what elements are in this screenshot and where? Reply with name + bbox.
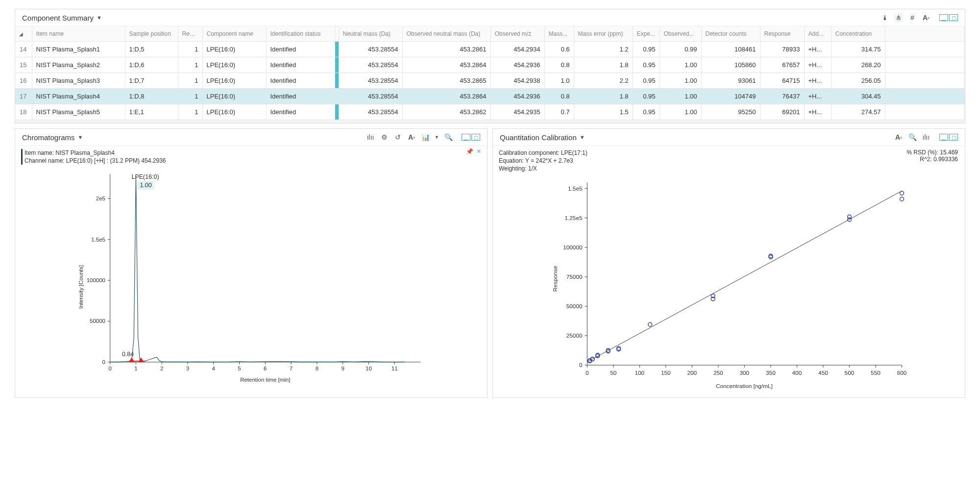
calibration-panel: Quantitation Calibration ▼ Ax 🔍 ılıı ▁ ▢… — [492, 128, 965, 398]
column-header[interactable]: Mass... — [544, 26, 574, 42]
share-icon[interactable]: ⋔ — [894, 13, 903, 22]
svg-text:0: 0 — [586, 369, 589, 375]
component-summary-panel: Component Summary ▼ 🌡 ⋔ # Ax ▁ ▢ ◢Item n… — [15, 9, 965, 123]
chromatograms-title[interactable]: Chromatograms ▼ — [22, 133, 83, 142]
pin-icon[interactable]: 📌 — [466, 148, 473, 155]
column-header[interactable]: Detector counts — [701, 26, 760, 42]
column-header[interactable]: Observed neutral mass (Da) — [402, 26, 490, 42]
svg-text:25000: 25000 — [566, 332, 583, 339]
svg-point-93 — [648, 322, 652, 326]
close-icon[interactable]: ✕ — [476, 148, 481, 155]
svg-text:50: 50 — [610, 369, 617, 375]
column-header[interactable]: Component name — [202, 26, 266, 42]
thermometer-icon[interactable]: 🌡 — [881, 13, 889, 22]
calibration-svg[interactable]: 02500050000750001000001.25e51.5e5 050100… — [499, 173, 959, 394]
svg-text:0: 0 — [579, 362, 583, 368]
column-header[interactable] — [885, 26, 965, 42]
column-header[interactable]: Observed... — [660, 26, 701, 42]
column-divider — [335, 26, 339, 42]
chrom-item-name: Item name: NIST Plasma_Splash4 — [24, 149, 481, 157]
svg-text:350: 350 — [766, 369, 776, 375]
svg-text:550: 550 — [871, 369, 881, 375]
table-row[interactable]: 17NIST Plasma_Splash41:D,81LPE(16:0)Iden… — [15, 89, 965, 104]
svg-text:1: 1 — [134, 366, 137, 372]
column-header[interactable]: Repli... — [178, 26, 202, 42]
svg-text:9: 9 — [341, 366, 344, 372]
column-header[interactable]: Sample position — [125, 26, 178, 42]
svg-line-82 — [587, 191, 902, 362]
calib-weighting: Weighting: 1/X — [499, 165, 959, 172]
column-header[interactable]: Expe... — [633, 26, 660, 42]
calibration-header: Quantitation Calibration ▼ Ax 🔍 ılıı ▁ ▢ — [493, 129, 965, 146]
calibration-title[interactable]: Quantitation Calibration ▼ — [500, 133, 585, 142]
panel-title-text: Chromatograms — [22, 133, 75, 142]
svg-text:8: 8 — [316, 366, 318, 372]
chevron-down-icon: ▼ — [580, 134, 585, 140]
svg-text:0: 0 — [108, 366, 111, 372]
chromatograms-header: Chromatograms ▼ ılıı ⚙ ↺ Ax 📊 ▼ 🔍 ▁ ▢ — [15, 129, 487, 146]
column-header[interactable]: Neutral mass (Da) — [339, 26, 402, 42]
chrom-window-controls: 📌 ✕ — [466, 148, 481, 155]
svg-point-101 — [900, 191, 904, 195]
maximize-button[interactable]: ▢ — [949, 14, 958, 21]
minimize-button[interactable]: ▁ — [462, 134, 470, 141]
chromatogram-plot-area: 📌 ✕ Item name: NIST Plasma_Splash4 Chann… — [15, 146, 487, 397]
chrom-xlabel: Retention time [min] — [240, 377, 290, 383]
svg-text:75000: 75000 — [566, 273, 583, 279]
calib-equation: Equation: Y = 242*X + 2.7e3 — [499, 157, 959, 165]
svg-text:50000: 50000 — [566, 302, 583, 309]
panel-title-text: Component Summary — [22, 14, 94, 22]
svg-text:150: 150 — [661, 369, 671, 375]
zoom-icon[interactable]: 🔍 — [908, 133, 917, 142]
undo-icon[interactable]: ↺ — [393, 133, 402, 142]
column-header[interactable]: Item name — [32, 26, 125, 42]
component-summary-title[interactable]: Component Summary ▼ — [22, 14, 102, 22]
svg-point-100 — [900, 197, 904, 201]
table-scrollbar[interactable] — [15, 120, 965, 123]
chromatograms-panel: Chromatograms ▼ ılıı ⚙ ↺ Ax 📊 ▼ 🔍 ▁ ▢ 📌 … — [15, 128, 488, 398]
svg-text:5: 5 — [238, 366, 241, 372]
column-header[interactable]: Response — [760, 26, 804, 42]
minimize-button[interactable]: ▁ — [939, 14, 948, 21]
sort-indicator[interactable]: ◢ — [15, 26, 32, 42]
column-header[interactable]: Observed m/z — [490, 26, 544, 42]
calib-r2: R^2: 0.993336 — [906, 156, 958, 163]
table-row[interactable]: 18NIST Plasma_Splash51:E,11LPE(16:0)Iden… — [15, 104, 965, 120]
peaks-icon[interactable]: ılıı — [922, 133, 931, 142]
calib-rsd: % RSD (%): 15.469 — [906, 149, 958, 156]
chromatogram-svg[interactable]: 0500001000001.5e52e5 01234567891011 Inte… — [21, 165, 481, 386]
chart-type-icon[interactable]: 📊 — [421, 133, 430, 142]
table-row[interactable]: 16NIST Plasma_Splash31:D,71LPE(16:0)Iden… — [15, 73, 965, 89]
minimize-button[interactable]: ▁ — [939, 134, 948, 141]
calibration-plot-area: Calibration component: LPE(17:1) Equatio… — [493, 146, 965, 397]
chevron-down-icon[interactable]: ▼ — [435, 135, 439, 140]
maximize-button[interactable]: ▢ — [949, 134, 958, 141]
column-header[interactable]: Concentration — [831, 26, 885, 42]
table-row[interactable]: 14NIST Plasma_Splash11:D,51LPE(16:0)Iden… — [15, 42, 965, 57]
table-row[interactable]: 15NIST Plasma_Splash21:D,61LPE(16:0)Iden… — [15, 57, 965, 73]
svg-text:10: 10 — [366, 366, 372, 372]
svg-text:100: 100 — [635, 369, 644, 375]
svg-text:6: 6 — [264, 366, 267, 372]
column-header[interactable]: Add... — [804, 26, 831, 42]
format-icon[interactable]: Ax — [407, 133, 416, 142]
format-icon[interactable]: Ax — [894, 133, 903, 142]
svg-text:1.5e5: 1.5e5 — [568, 185, 583, 191]
svg-text:1.5e5: 1.5e5 — [91, 237, 105, 243]
peaks-icon[interactable]: ılıı — [366, 133, 375, 142]
hash-icon[interactable]: # — [908, 13, 917, 22]
zoom-icon[interactable]: 🔍 — [444, 133, 453, 142]
summary-table-body: 14NIST Plasma_Splash11:D,51LPE(16:0)Iden… — [15, 42, 965, 120]
svg-text:2: 2 — [160, 366, 163, 372]
chrom-channel-name: Channel name: LPE(16:0) [+H] : (31.2 PPM… — [24, 157, 481, 165]
peak-rt-label: 1.00 — [140, 182, 151, 189]
calib-ylabel: Response — [552, 265, 558, 291]
maximize-button[interactable]: ▢ — [471, 134, 480, 141]
format-icon[interactable]: Ax — [922, 13, 931, 22]
svg-text:600: 600 — [897, 369, 907, 375]
column-header[interactable]: Identification status — [266, 26, 335, 42]
calib-xlabel: Concentration [ng/mL] — [716, 383, 773, 389]
column-header[interactable]: Mass error (ppm) — [574, 26, 633, 42]
component-summary-header: Component Summary ▼ 🌡 ⋔ # Ax ▁ ▢ — [15, 9, 965, 26]
gear-icon[interactable]: ⚙ — [380, 133, 389, 142]
